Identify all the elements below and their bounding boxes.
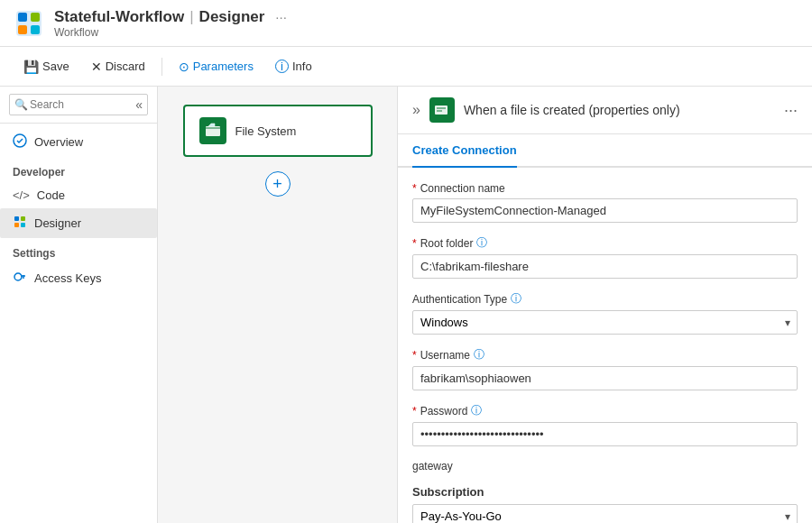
svg-rect-7: [21, 216, 25, 221]
app-header: Stateful-Workflow | Designer ··· Workflo…: [0, 0, 812, 47]
root-folder-info-icon[interactable]: ⓘ: [476, 235, 487, 251]
title-separator: |: [189, 8, 193, 26]
svg-rect-4: [31, 25, 40, 34]
svg-rect-2: [31, 13, 40, 22]
sidebar-item-designer[interactable]: Designer: [0, 208, 157, 238]
search-icon: 🔍: [14, 98, 28, 111]
panel-header-more-button[interactable]: ···: [784, 101, 798, 120]
discard-button[interactable]: ✕ Discard: [82, 56, 154, 78]
file-system-icon: [199, 117, 226, 144]
sidebar: 🔍 « Overview Developer </> Code: [0, 87, 158, 523]
info-button[interactable]: i Info: [266, 56, 321, 77]
form-row-subscription: Subscription Pay-As-You-Go ▾: [412, 485, 798, 523]
parameters-button[interactable]: ⊙ Parameters: [170, 56, 263, 78]
panel-tabs: Create Connection: [398, 134, 812, 168]
username-label: Username: [420, 349, 470, 362]
panel-header-title: When a file is created (properties only): [464, 103, 775, 117]
required-star: *: [412, 182, 417, 195]
app-logo: [14, 9, 43, 38]
sidebar-item-overview[interactable]: Overview: [0, 127, 157, 157]
access-keys-icon: [13, 270, 27, 287]
svg-point-10: [14, 273, 22, 280]
save-icon: 💾: [23, 60, 39, 74]
root-folder-input[interactable]: [412, 254, 798, 279]
panel-header-icon: [429, 97, 455, 123]
svg-rect-9: [21, 223, 25, 227]
code-icon: </>: [13, 188, 30, 202]
svg-rect-1: [18, 13, 27, 22]
root-folder-label: Root folder: [420, 237, 474, 250]
panel-expand-button[interactable]: »: [412, 102, 420, 118]
canvas-node-file-system[interactable]: File System: [183, 105, 373, 157]
overview-icon: [13, 133, 27, 151]
svg-rect-12: [435, 106, 448, 115]
save-button[interactable]: 💾 Save: [14, 56, 78, 78]
password-label: Password: [420, 405, 468, 417]
form-row-password: * Password ⓘ: [412, 403, 798, 446]
connection-name-input[interactable]: [412, 198, 798, 223]
toolbar: 💾 Save ✕ Discard ⊙ Parameters i Info: [0, 47, 812, 87]
required-star-root: *: [412, 237, 417, 250]
auth-type-info-icon[interactable]: ⓘ: [511, 291, 521, 307]
sidebar-collapse-button[interactable]: «: [130, 96, 148, 114]
main-layout: 🔍 « Overview Developer </> Code: [0, 87, 812, 523]
form-row-gateway-label: gateway: [412, 459, 798, 473]
required-star-password: *: [412, 405, 417, 417]
settings-section-label: Settings: [0, 238, 157, 263]
connection-name-label: Connection name: [420, 182, 505, 195]
app-more[interactable]: ···: [275, 9, 287, 24]
svg-rect-6: [14, 216, 19, 221]
auth-type-select[interactable]: Windows Basic OAuth: [412, 310, 798, 335]
canvas-area: File System +: [158, 87, 397, 523]
sidebar-nav: Overview Developer </> Code Designer: [0, 124, 157, 523]
discard-icon: ✕: [91, 60, 102, 74]
add-step-button[interactable]: +: [265, 171, 291, 197]
tab-create-connection[interactable]: Create Connection: [412, 134, 517, 168]
auth-type-label: Authentication Type: [412, 293, 507, 306]
developer-section-label: Developer: [0, 157, 157, 182]
app-title-group: Stateful-Workflow | Designer ··· Workflo…: [54, 8, 287, 39]
app-title: Stateful-Workflow: [54, 8, 184, 26]
form-row-root-folder: * Root folder ⓘ: [412, 235, 798, 279]
toolbar-separator: [161, 58, 162, 76]
username-info-icon[interactable]: ⓘ: [474, 347, 484, 362]
parameters-icon: ⊙: [179, 60, 189, 74]
subscription-select[interactable]: Pay-As-You-Go: [412, 504, 798, 523]
subscription-select-wrapper: Pay-As-You-Go ▾: [412, 504, 798, 523]
password-info-icon[interactable]: ⓘ: [471, 403, 482, 418]
panel-content: * Connection name * Root folder ⓘ Authen…: [398, 168, 812, 523]
info-icon: i: [275, 60, 289, 73]
svg-rect-8: [14, 223, 19, 227]
right-panel: » When a file is created (properties onl…: [397, 87, 812, 523]
panel-header: » When a file is created (properties onl…: [398, 87, 812, 134]
required-star-username: *: [412, 349, 417, 362]
designer-nav-icon: [13, 215, 27, 232]
form-row-connection-name: * Connection name: [412, 182, 798, 223]
form-row-username: * Username ⓘ: [412, 347, 798, 390]
sidebar-item-code[interactable]: </> Code: [0, 182, 157, 208]
sidebar-item-access-keys[interactable]: Access Keys: [0, 263, 157, 293]
svg-rect-3: [18, 25, 27, 34]
designer-label: Designer: [199, 8, 265, 26]
search-input[interactable]: [9, 94, 148, 115]
form-row-auth-type: Authentication Type ⓘ Windows Basic OAut…: [412, 291, 798, 335]
canvas-node-label: File System: [235, 124, 297, 138]
app-subtitle: Workflow: [54, 26, 287, 39]
sidebar-search-container: 🔍 «: [0, 87, 157, 124]
subscription-section-label: Subscription: [412, 485, 798, 499]
password-input[interactable]: [412, 422, 798, 446]
auth-type-select-wrapper: Windows Basic OAuth ▾: [412, 310, 798, 335]
gateway-label: gateway: [412, 460, 453, 473]
username-input[interactable]: [412, 366, 798, 390]
